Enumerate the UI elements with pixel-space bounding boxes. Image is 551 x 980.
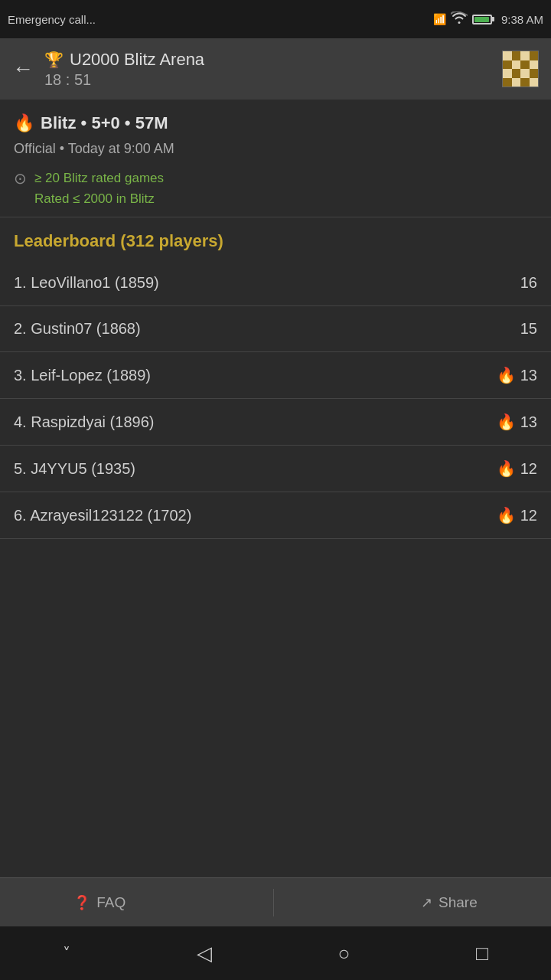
share-button[interactable]: ↗ Share	[421, 894, 478, 911]
trophy-icon: 🏆	[44, 51, 64, 69]
event-info-section: 🔥 Blitz • 5+0 • 57M Official • Today at …	[0, 100, 551, 217]
player-name: 4. Raspizdyai (1896)	[14, 413, 154, 431]
streak-fire-icon: 🔥	[497, 366, 516, 384]
chess-board-icon	[502, 51, 539, 87]
player-name: 3. Leif-Lopez (1889)	[14, 367, 151, 384]
player-score: 🔥12	[497, 459, 537, 478]
blitz-info: 🔥 Blitz • 5+0 • 57M	[14, 113, 537, 133]
requirements: ⊙ ≥ 20 Blitz rated games Rated ≤ 2000 in…	[14, 168, 537, 209]
home-button[interactable]: ○	[338, 942, 350, 965]
status-bar: Emergency call... 📶 9:38 AM	[0, 0, 551, 38]
player-name: 2. Gustin07 (1868)	[14, 320, 141, 338]
streak-fire-icon: 🔥	[497, 413, 516, 431]
header-left: ← 🏆 U2000 Blitz Arena 18 : 51	[12, 50, 204, 89]
header-timer: 18 : 51	[44, 71, 204, 89]
player-score: 🔥13	[497, 366, 537, 384]
players-list: 1. LeoVillano1 (1859)162. Gustin07 (1868…	[0, 260, 551, 539]
table-row[interactable]: 3. Leif-Lopez (1889)🔥13	[0, 352, 551, 399]
faq-button[interactable]: ❓ FAQ	[73, 894, 126, 911]
table-row[interactable]: 2. Gustin07 (1868)15	[0, 306, 551, 352]
bottom-divider	[273, 889, 274, 916]
status-icons: 📶 9:38 AM	[433, 11, 543, 27]
header: ← 🏆 U2000 Blitz Arena 18 : 51	[0, 38, 551, 100]
time-text: 9:38 AM	[501, 13, 543, 26]
table-row[interactable]: 1. LeoVillano1 (1859)16	[0, 260, 551, 306]
req-text: ≥ 20 Blitz rated games Rated ≤ 2000 in B…	[34, 168, 164, 209]
bottom-bar: ❓ FAQ ↗ Share	[0, 877, 551, 926]
wifi-icon	[451, 11, 468, 27]
player-score: 16	[520, 274, 537, 292]
player-score: 🔥12	[497, 506, 537, 524]
blitz-fire-icon: 🔥	[14, 113, 34, 133]
blitz-details: Blitz • 5+0 • 57M	[41, 113, 168, 133]
table-row[interactable]: 5. J4YYU5 (1935)🔥12	[0, 446, 551, 492]
battery-icon	[472, 15, 492, 24]
official-time: Official • Today at 9:00 AM	[14, 141, 537, 157]
content: 🔥 Blitz • 5+0 • 57M Official • Today at …	[0, 100, 551, 877]
player-name: 6. Azrayesil123122 (1702)	[14, 507, 191, 524]
streak-fire-icon: 🔥	[497, 459, 516, 478]
share-icon: ↗	[421, 894, 432, 911]
player-score: 15	[520, 320, 537, 338]
header-title: 🏆 U2000 Blitz Arena	[44, 50, 204, 70]
faq-icon: ❓	[73, 894, 90, 911]
recents-button[interactable]: □	[476, 942, 488, 965]
chevron-down-button[interactable]: ˅	[63, 944, 70, 962]
target-icon: ⊙	[14, 169, 27, 188]
player-name: 5. J4YYU5 (1935)	[14, 460, 135, 478]
table-row[interactable]: 6. Azrayesil123122 (1702)🔥12	[0, 492, 551, 539]
leaderboard-section: Leaderboard (312 players) 1. LeoVillano1…	[0, 217, 551, 877]
streak-fire-icon: 🔥	[497, 506, 516, 524]
back-button[interactable]: ←	[12, 57, 34, 81]
leaderboard-header: Leaderboard (312 players)	[0, 217, 551, 260]
back-nav-button[interactable]: ◁	[197, 942, 212, 965]
share-label: Share	[439, 894, 478, 911]
sim-icon: 📶	[433, 13, 446, 25]
faq-label: FAQ	[96, 894, 126, 911]
player-score: 🔥13	[497, 413, 537, 431]
emergency-call-text: Emergency call...	[8, 13, 96, 26]
nav-bar: ˅ ◁ ○ □	[0, 926, 551, 980]
table-row[interactable]: 4. Raspizdyai (1896)🔥13	[0, 399, 551, 446]
player-name: 1. LeoVillano1 (1859)	[14, 274, 159, 292]
header-title-block: 🏆 U2000 Blitz Arena 18 : 51	[44, 50, 204, 89]
